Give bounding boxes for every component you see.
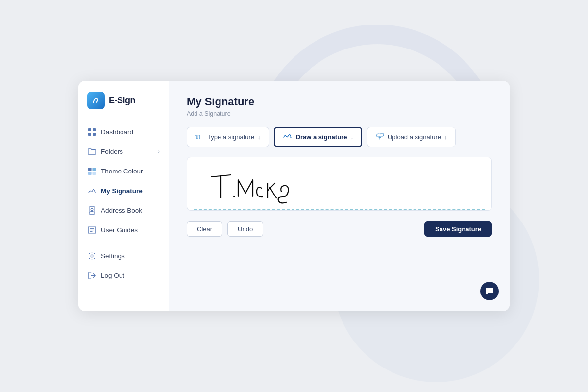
svg-rect-3: [93, 133, 96, 136]
tab-draw-label: Draw a signature: [296, 133, 347, 141]
svg-rect-1: [93, 128, 96, 131]
sidebar-label-logout: Log Out: [101, 272, 124, 279]
sidebar-item-user-guides[interactable]: User Guides: [78, 220, 169, 240]
page-subtitle: Add a Signature: [187, 110, 492, 117]
sidebar-label-user-guides: User Guides: [101, 226, 138, 234]
theme-icon: [87, 167, 96, 175]
svg-point-9: [91, 208, 93, 211]
save-signature-button[interactable]: Save Signature: [424, 221, 492, 237]
clear-button[interactable]: Clear: [187, 221, 222, 237]
upload-icon: [375, 132, 384, 142]
chat-button[interactable]: [480, 282, 499, 300]
tab-type-label: Type a signature: [207, 133, 254, 141]
sidebar-label-theme-colour: Theme Colour: [101, 168, 143, 175]
svg-rect-2: [88, 133, 91, 136]
sidebar-item-theme-colour[interactable]: Theme Colour: [78, 161, 169, 181]
svg-text:I: I: [199, 134, 200, 140]
svg-rect-5: [92, 167, 96, 171]
action-row: Clear Undo Save Signature: [187, 221, 492, 237]
signature-icon: [87, 186, 96, 195]
book-icon: [87, 225, 96, 234]
draw-icon: [283, 132, 293, 142]
type-icon: T I: [195, 132, 204, 142]
action-left: Clear Undo: [187, 221, 263, 237]
svg-rect-0: [88, 128, 91, 131]
tab-type-arrow: ↓: [258, 134, 261, 140]
logout-icon: [87, 271, 96, 280]
svg-rect-7: [92, 172, 96, 175]
signature-area[interactable]: [187, 157, 492, 211]
signature-canvas: [194, 166, 485, 210]
undo-button[interactable]: Undo: [227, 221, 263, 237]
sidebar-item-dashboard[interactable]: Dashboard: [78, 122, 169, 142]
svg-rect-6: [88, 172, 91, 175]
main-content: My Signature Add a Signature T I Type a …: [169, 81, 510, 311]
sidebar-item-logout[interactable]: Log Out: [78, 266, 169, 285]
logo-text: E-Sign: [109, 96, 135, 106]
page-title: My Signature: [187, 96, 492, 108]
app-card: E-Sign Dashboard: [78, 81, 510, 311]
logo-area: E-Sign: [78, 81, 169, 119]
logo-icon: [87, 92, 105, 109]
tab-upload-arrow: ↓: [444, 134, 447, 140]
chat-icon: [485, 287, 494, 295]
sidebar-item-my-signature[interactable]: My Signature: [78, 181, 169, 200]
tab-type-signature[interactable]: T I Type a signature ↓: [187, 127, 269, 147]
signature-svg: [194, 166, 380, 205]
sidebar-item-address-book[interactable]: Address Book: [78, 200, 169, 220]
sidebar-label-folders: Folders: [101, 148, 123, 155]
gear-icon: [87, 251, 96, 260]
dashboard-icon: [87, 127, 96, 136]
svg-point-14: [91, 255, 93, 257]
signature-baseline: [194, 209, 485, 210]
sidebar-label-my-signature: My Signature: [101, 187, 143, 195]
sidebar-item-settings[interactable]: Settings: [78, 246, 169, 266]
tab-draw-signature[interactable]: Draw a signature ↓: [274, 127, 362, 147]
folders-chevron: ›: [158, 148, 160, 154]
sidebar-nav: Dashboard Folders ›: [78, 119, 169, 311]
sidebar-divider: [78, 243, 169, 243]
sidebar: E-Sign Dashboard: [78, 81, 169, 311]
tab-upload-label: Upload a signature: [388, 133, 441, 141]
tab-draw-arrow: ↓: [350, 134, 353, 140]
svg-point-17: [233, 196, 235, 197]
contacts-icon: [87, 206, 96, 215]
sidebar-label-address-book: Address Book: [101, 207, 142, 214]
tab-row: T I Type a signature ↓ Draw a signature …: [187, 127, 492, 147]
folder-icon: [87, 147, 96, 156]
tab-upload-signature[interactable]: Upload a signature ↓: [367, 127, 456, 147]
sidebar-label-settings: Settings: [101, 252, 125, 260]
svg-rect-4: [88, 167, 91, 171]
sidebar-item-folders[interactable]: Folders ›: [78, 142, 169, 161]
sidebar-label-dashboard: Dashboard: [101, 128, 133, 136]
